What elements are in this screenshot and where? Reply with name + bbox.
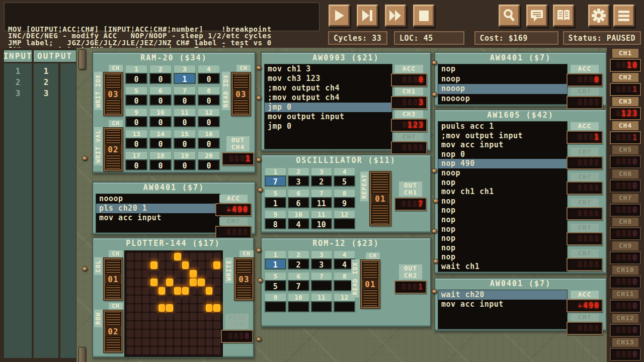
thumbwheel-dial[interactable]: 01 [370,171,391,226]
fast-forward-button[interactable] [385,5,406,27]
memory-cell[interactable]: 5 0 [125,86,147,107]
memory-cell[interactable]: 3 2 [311,167,333,188]
memory-cell[interactable]: 9 8 [265,210,286,231]
thumbwheel-dial[interactable]: 03 [231,72,251,116]
memory-cell[interactable]: 1 0 [125,65,147,85]
memory-cell[interactable]: 8 0 [198,86,220,107]
register-label: ACC [395,65,423,73]
seven-segment-display: 8888 1 [222,152,254,165]
memory-cell[interactable]: 2 2 [288,250,309,271]
chat-button[interactable] [526,5,547,27]
memory-cell[interactable]: 11 0 [174,108,196,128]
memory-cell[interactable]: 9 0 [125,108,147,128]
cell-value: 0 [198,95,220,106]
memory-cell[interactable]: 18 0 [149,151,172,171]
memory-cell[interactable]: 16 0 [198,130,220,150]
memory-cell[interactable]: 6 0 [149,86,172,107]
memory-cell[interactable]: 5 5 [265,272,286,293]
plotter-pixel [166,347,173,354]
code-editor[interactable]: mov ch1 3mov ch3 123;mov output ch4;mov … [264,64,392,149]
dial-texture [106,260,120,273]
memory-cell[interactable]: 20 0 [198,151,220,171]
search-button[interactable] [499,5,520,27]
code-editor[interactable]: noooppls ch20 1mov acc input [96,194,220,233]
memory-cell[interactable]: 3 1 [174,65,196,85]
memory-cell[interactable]: 7 11 [311,189,333,210]
code-line: nop [438,206,567,215]
memory-cell[interactable]: 12 0 [198,108,220,128]
memory-cell[interactable]: 10 [288,293,309,314]
memory-cell[interactable]: 6 7 [288,272,309,293]
memory-cell[interactable]: 2 0 [149,65,172,85]
menu-button[interactable] [613,5,634,27]
thumbwheel-dial[interactable]: 03 [234,258,254,300]
register-label: ACC [571,291,599,299]
step-button[interactable] [357,5,378,27]
plotter-pixel [206,304,213,312]
memory-cell[interactable]: 14 0 [149,130,172,150]
memory-cell[interactable]: 10 0 [149,108,172,128]
memory-cell[interactable]: 6 6 [288,189,309,210]
cell-index: 9 [125,108,147,116]
node-aw0903: AW0903 ($21) mov ch1 3mov ch3 123;mov ou… [261,52,431,151]
settings-button[interactable] [588,5,609,27]
dial-label: ROW [94,310,102,327]
memory-cell[interactable]: 4 5 [334,167,355,188]
code-editor[interactable]: nopnoopnooopnoooop [438,64,568,105]
code-editor[interactable]: puuls acc 1;mov output inputmov acc inpu… [438,121,568,272]
memory-cell[interactable]: 8 9 [334,189,355,210]
memory-cell[interactable]: 4 0 [198,65,220,85]
cell-value: 0 [198,73,220,84]
stop-button[interactable] [413,5,434,27]
plotter-pixel [190,321,197,329]
memory-cell[interactable]: 3 3 [311,250,333,271]
memory-cell[interactable]: 5 1 [265,189,286,210]
memory-cell[interactable]: 1 7 [265,167,286,188]
cell-index: 1 [265,250,286,258]
seven-segment-display: 8888 7 [394,198,427,211]
status-bar: Cycles: 33 LOC: 45 Cost: $169 Status: PA… [328,31,641,45]
thumbwheel-dial[interactable]: 01 [361,260,380,308]
register-label: ACC [219,195,248,203]
input-value: 1 [16,66,21,77]
seven-segment-display: 8888 0 [221,330,253,343]
memory-cell[interactable]: 15 0 [174,130,196,150]
memory-cell[interactable]: 19 0 [174,151,196,171]
thumbwheel-dial[interactable]: 02 [104,128,123,171]
book-icon [556,8,571,23]
play-button[interactable] [329,5,350,27]
memory-cell[interactable]: 7 [311,272,333,293]
memory-cell[interactable]: 11 10 [311,210,333,231]
node-aw0401-mid: AW0401 ($7) noooppls ch20 1mov acc input… [92,182,256,235]
seven-segment-display: 8888 [567,96,603,109]
seven-segment-display: 8888 0 [610,300,641,313]
thumbwheel-dial[interactable]: 01 [104,258,123,300]
memory-cell[interactable]: 10 4 [288,210,309,231]
plotter-pixel [158,279,166,286]
plotter-pixel [150,287,157,295]
memory-cell[interactable]: 9 [265,293,286,314]
memory-cell[interactable]: 11 [311,293,333,314]
seven-segment-display: 8888 1 [567,131,603,144]
seven-segment-display: 8888 0 [610,348,641,361]
plotter-pixel [198,347,205,354]
code-line: puuls acc 1 [438,122,567,131]
thumbwheel-dial[interactable]: 02 [104,310,123,352]
memory-cell[interactable]: 1 1 [265,250,286,271]
seven-segment-display: 8888 [567,207,603,220]
cell-value: 1 [265,197,286,208]
cell-index: 11 [311,293,333,301]
memory-cell[interactable]: 12 [334,210,355,231]
plotter-pixel [158,347,166,354]
memory-cell[interactable]: 13 0 [125,130,147,150]
thumbwheel-dial[interactable]: 03 [104,72,123,116]
row-dial-group: ROW CH 02 [94,303,123,352]
cell-index: 1 [125,65,147,73]
manual-button[interactable] [553,5,574,27]
code-editor[interactable]: wait ch20mov acc input [438,290,568,329]
dial-texture [106,130,120,143]
memory-cell[interactable]: 2 3 [288,167,309,188]
status-field: Cost: $169 [474,31,558,45]
memory-cell[interactable]: 17 0 [125,151,147,171]
memory-cell[interactable]: 7 0 [174,86,196,107]
